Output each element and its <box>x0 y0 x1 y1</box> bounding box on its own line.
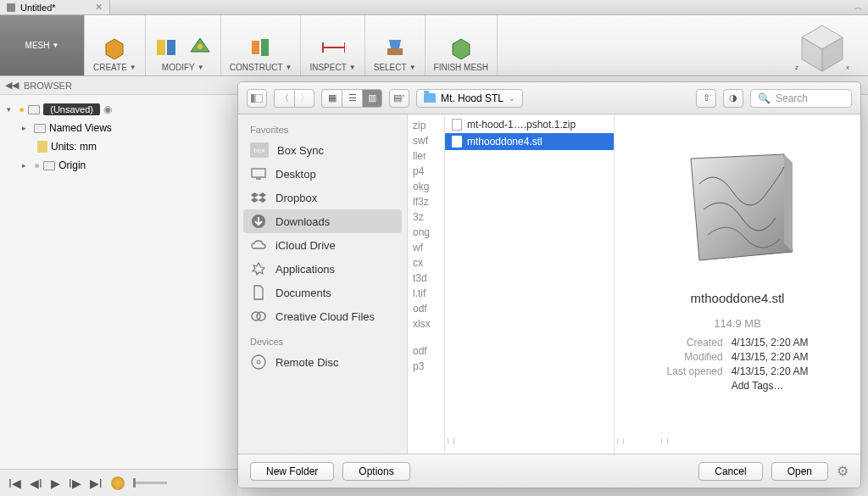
preview-thumbnail <box>665 133 810 277</box>
back-button[interactable]: 〈 <box>274 89 294 108</box>
svg-marker-0 <box>106 39 123 59</box>
path-dropdown[interactable]: Mt. Hood STL ⌄ <box>416 89 523 108</box>
sidebar-item-dropbox[interactable]: Dropbox <box>238 186 407 209</box>
folder-icon <box>424 93 436 103</box>
svg-point-30 <box>257 360 260 364</box>
sidebar-item-ccf[interactable]: Creative Cloud Files <box>238 304 407 328</box>
cancel-button[interactable]: Cancel <box>698 462 762 481</box>
file-row-zip[interactable]: mt-hood-1….pshot.1.zip <box>445 116 614 133</box>
svg-point-28 <box>257 312 265 320</box>
favorites-heading: Favorites <box>238 121 407 138</box>
file-column-parent[interactable]: zip swf ller p4 okg lf3z 3z ong wf cx t3… <box>408 114 445 454</box>
timeline-controls: I◀ ◀I ▶ I▶ ▶I <box>0 469 237 496</box>
sidebar-toggle-button[interactable] <box>247 89 267 108</box>
search-input[interactable]: 🔍 Search <box>750 89 852 108</box>
inspect-measure-icon[interactable] <box>321 36 345 59</box>
svg-rect-5 <box>252 41 259 54</box>
options-button[interactable]: Options <box>342 462 409 481</box>
modify-split-icon[interactable] <box>154 36 178 59</box>
lightbulb-icon[interactable]: ● <box>19 103 25 115</box>
file-open-dialog: 〈 〉 ▦ ☰ ▥ ▤ ˅ Mt. Hood STL ⌄ ⇧ ◑ 🔍 Searc… <box>237 81 861 488</box>
gear-icon[interactable]: ⚙ <box>837 463 849 479</box>
dropbox-icon <box>250 190 267 205</box>
arrange-button[interactable]: ▤ ˅ <box>389 89 409 108</box>
folder-icon <box>43 161 55 170</box>
path-label: Mt. Hood STL <box>441 92 504 104</box>
applications-icon <box>250 261 267 276</box>
forward-button[interactable]: 〉 <box>294 89 314 108</box>
workspace-switcher[interactable]: MESH ▼ <box>0 15 85 75</box>
ribbon-create[interactable]: CREATE ▼ <box>85 15 146 75</box>
lightbulb-off-icon[interactable]: ● <box>34 159 40 171</box>
sidebar-item-boxsync[interactable]: boxBox Sync <box>238 138 407 162</box>
close-icon[interactable]: ✕ <box>95 2 103 13</box>
column-view-button[interactable]: ▥ <box>362 89 382 108</box>
component-icon <box>28 105 40 114</box>
ribbon-select[interactable]: SELECT ▼ <box>365 15 426 75</box>
construct-plane-icon[interactable] <box>249 36 273 59</box>
timeline-marker-icon[interactable] <box>111 476 125 490</box>
open-button[interactable]: Open <box>771 462 828 481</box>
svg-marker-12 <box>453 39 470 59</box>
file-icon <box>452 136 462 148</box>
sidebar-item-applications[interactable]: Applications <box>238 257 407 281</box>
search-placeholder: Search <box>776 92 808 104</box>
share-button[interactable]: ⇧ <box>696 89 716 108</box>
file-row-stl[interactable]: mthooddone4.stl <box>445 133 614 150</box>
finder-sidebar: Favorites boxBox Sync Desktop Dropbox Do… <box>238 114 408 454</box>
file-column-current[interactable]: mt-hood-1….pshot.1.zip mthooddone4.stl <box>445 114 615 454</box>
finish-box-icon[interactable] <box>449 36 473 59</box>
units-label: Units: mm <box>51 141 97 153</box>
ribbon-finish[interactable]: FINISH MESH <box>426 15 498 75</box>
svg-rect-2 <box>167 40 175 55</box>
document-tab[interactable]: Untitled* ✕ <box>0 0 110 14</box>
timeline-slider[interactable] <box>133 482 167 484</box>
view-mode-buttons: ▦ ☰ ▥ <box>321 89 382 108</box>
ribbon-modify[interactable]: MODIFY ▼ <box>146 15 221 75</box>
timeline-start-icon[interactable]: I◀ <box>8 476 21 490</box>
sidebar-item-downloads[interactable]: Downloads <box>243 209 402 233</box>
icon-view-button[interactable]: ▦ <box>321 89 342 108</box>
svg-rect-18 <box>251 94 254 103</box>
preview-filesize: 114.9 MB <box>714 317 761 330</box>
timeline-prev-icon[interactable]: ◀I <box>30 476 42 490</box>
downloads-icon <box>250 214 267 229</box>
tags-button[interactable]: ◑ <box>723 89 743 108</box>
svg-marker-11 <box>389 40 401 48</box>
cube-icon <box>7 3 15 12</box>
ribbon-construct[interactable]: CONSTRUCT ▼ <box>221 15 302 75</box>
collapse-icon[interactable]: ◀◀ <box>5 80 19 91</box>
target-icon[interactable]: ◉ <box>103 103 112 115</box>
column-resize-handle[interactable]: ╵╵ <box>615 438 626 450</box>
timeline-play-icon[interactable]: ▶ <box>51 476 60 490</box>
sidebar-item-desktop[interactable]: Desktop <box>238 162 407 186</box>
svg-text:x: x <box>846 64 849 71</box>
root-label: (Unsaved) <box>43 103 100 115</box>
units-icon <box>37 141 47 153</box>
svg-rect-10 <box>387 48 403 55</box>
modify-remesh-icon[interactable] <box>188 36 212 59</box>
svg-text:z: z <box>795 64 798 71</box>
column-resize-handle[interactable]: ╵╵ <box>659 438 670 450</box>
view-cube[interactable]: z x <box>793 20 851 78</box>
sidebar-item-remote-disc[interactable]: Remote Disc <box>238 350 407 374</box>
new-folder-button[interactable]: New Folder <box>250 462 334 481</box>
finder-toolbar: 〈 〉 ▦ ☰ ▥ ▤ ˅ Mt. Hood STL ⌄ ⇧ ◑ 🔍 Searc… <box>238 82 860 114</box>
sidebar-item-icloud[interactable]: iCloud Drive <box>238 233 407 257</box>
create-box-icon[interactable] <box>103 36 126 59</box>
svg-point-4 <box>198 44 203 49</box>
collapse-ribbon-icon[interactable]: ︿ <box>854 1 863 14</box>
caret-right-icon: ▸ <box>22 161 31 170</box>
timeline-next-icon[interactable]: I▶ <box>69 476 81 490</box>
list-view-button[interactable]: ☰ <box>342 89 362 108</box>
caret-right-icon: ▸ <box>22 124 31 132</box>
ribbon-inspect[interactable]: INSPECT ▼ <box>301 15 364 75</box>
finder-body: Favorites boxBox Sync Desktop Dropbox Do… <box>238 114 860 454</box>
chevron-updown-icon: ⌄ <box>509 94 515 103</box>
select-brush-icon[interactable] <box>383 36 407 59</box>
timeline-end-icon[interactable]: ▶I <box>90 476 103 490</box>
folder-icon <box>34 124 46 133</box>
sidebar-item-documents[interactable]: Documents <box>238 281 407 304</box>
add-tags-link[interactable]: Add Tags… <box>732 380 809 392</box>
column-resize-handle[interactable]: ╵╵ <box>445 438 457 450</box>
